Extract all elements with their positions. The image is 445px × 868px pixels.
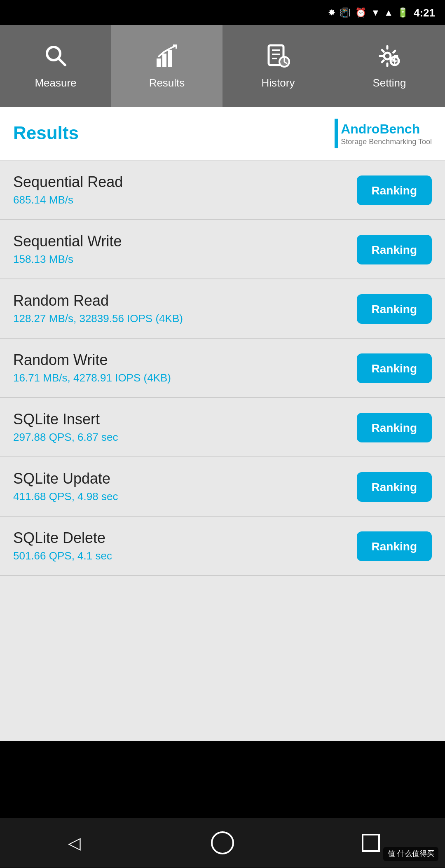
result-info-6: SQLite Delete 501.66 QPS, 4.1 sec [13,530,357,562]
svg-point-10 [384,52,390,59]
tab-history[interactable]: History [222,25,334,107]
home-button[interactable] [202,826,243,859]
tab-setting-label: Setting [373,76,406,89]
tab-measure-label: Measure [35,76,76,89]
results-header: Results AndroBench Storage Benchmarking … [0,107,445,161]
back-button[interactable]: ◁ [54,826,95,859]
ranking-btn-0[interactable]: Ranking [357,175,432,205]
ranking-btn-6[interactable]: Ranking [357,531,432,561]
result-name-1: Sequential Write [13,233,357,250]
result-value-2: 128.27 MB/s, 32839.56 IOPS (4KB) [13,312,357,325]
result-name-3: Random Write [13,352,357,369]
home-icon [211,831,234,854]
results-list: Sequential Read 685.14 MB/s Ranking Sequ… [0,161,445,741]
result-item-3: Random Write 16.71 MB/s, 4278.91 IOPS (4… [0,339,445,398]
result-item-6: SQLite Delete 501.66 QPS, 4.1 sec Rankin… [0,517,445,576]
result-info-4: SQLite Insert 297.88 QPS, 6.87 sec [13,411,357,443]
ranking-btn-1[interactable]: Ranking [357,234,432,264]
brand-bar [334,119,337,148]
result-value-0: 685.14 MB/s [13,194,357,206]
result-name-0: Sequential Read [13,174,357,191]
main-content: Measure Results [0,25,445,868]
vibrate-icon: 📳 [340,7,351,18]
brand-sub: Storage Benchmarking Tool [341,137,432,145]
result-info-2: Random Read 128.27 MB/s, 32839.56 IOPS (… [13,292,357,325]
battery-icon: 🔋 [397,7,409,18]
result-item-4: SQLite Insert 297.88 QPS, 6.87 sec Ranki… [0,398,445,457]
setting-icon [377,43,402,71]
result-info-1: Sequential Write 158.13 MB/s [13,233,357,265]
tab-results-label: Results [149,76,185,89]
ranking-btn-5[interactable]: Ranking [357,472,432,501]
svg-rect-2 [156,58,160,66]
result-value-5: 411.68 QPS, 4.98 sec [13,490,357,503]
results-title: Results [13,123,79,144]
svg-line-1 [58,58,65,65]
ranking-btn-4[interactable]: Ranking [357,412,432,442]
status-icons: ✸ 📳 ⏰ ▼ ▲ 🔋 [328,7,409,18]
nav-tabs: Measure Results [0,25,445,107]
tab-history-label: History [262,76,295,89]
result-item-2: Random Read 128.27 MB/s, 32839.56 IOPS (… [0,279,445,339]
brand-text: AndroBench Storage Benchmarking Tool [341,122,432,145]
result-name-4: SQLite Insert [13,411,357,428]
result-value-6: 501.66 QPS, 4.1 sec [13,550,357,562]
tab-setting[interactable]: Setting [334,25,445,107]
ranking-btn-2[interactable]: Ranking [357,294,432,323]
empty-space [0,576,445,741]
signal-icon: ▲ [384,7,393,17]
bottom-nav: ◁ 值 什么值得买 [0,818,445,868]
result-name-5: SQLite Update [13,470,357,488]
result-name-2: Random Read [13,292,357,310]
wifi-icon: ▼ [371,7,380,17]
results-icon [155,43,179,71]
brand-name-1: Andro [341,122,379,136]
status-time: 4:21 [414,6,435,19]
brand-name: AndroBench [341,122,420,137]
result-item-5: SQLite Update 411.68 QPS, 4.98 sec Ranki… [0,457,445,517]
measure-icon [43,43,68,71]
svg-rect-3 [162,53,166,66]
result-info-3: Random Write 16.71 MB/s, 4278.91 IOPS (4… [13,352,357,384]
result-name-6: SQLite Delete [13,530,357,547]
result-info-5: SQLite Update 411.68 QPS, 4.98 sec [13,470,357,503]
brand-name-2: Bench [379,122,420,136]
ranking-btn-3[interactable]: Ranking [357,353,432,383]
back-icon: ◁ [68,833,80,853]
result-value-1: 158.13 MB/s [13,253,357,265]
recent-icon [362,834,380,852]
tab-results[interactable]: Results [111,25,222,107]
history-icon [266,43,290,71]
alarm-icon: ⏰ [355,7,367,18]
result-item-1: Sequential Write 158.13 MB/s Ranking [0,220,445,279]
results-body: Sequential Read 685.14 MB/s Ranking Sequ… [0,161,445,818]
svg-rect-4 [168,50,172,66]
bluetooth-icon: ✸ [328,7,335,18]
tab-measure[interactable]: Measure [0,25,111,107]
status-bar: ✸ 📳 ⏰ ▼ ▲ 🔋 4:21 [0,0,445,25]
watermark: 值 什么值得买 [384,847,438,861]
brand-logo: AndroBench Storage Benchmarking Tool [334,119,432,148]
result-info-0: Sequential Read 685.14 MB/s [13,174,357,206]
result-value-3: 16.71 MB/s, 4278.91 IOPS (4KB) [13,372,357,384]
result-value-4: 297.88 QPS, 6.87 sec [13,431,357,443]
result-item-0: Sequential Read 685.14 MB/s Ranking [0,161,445,220]
